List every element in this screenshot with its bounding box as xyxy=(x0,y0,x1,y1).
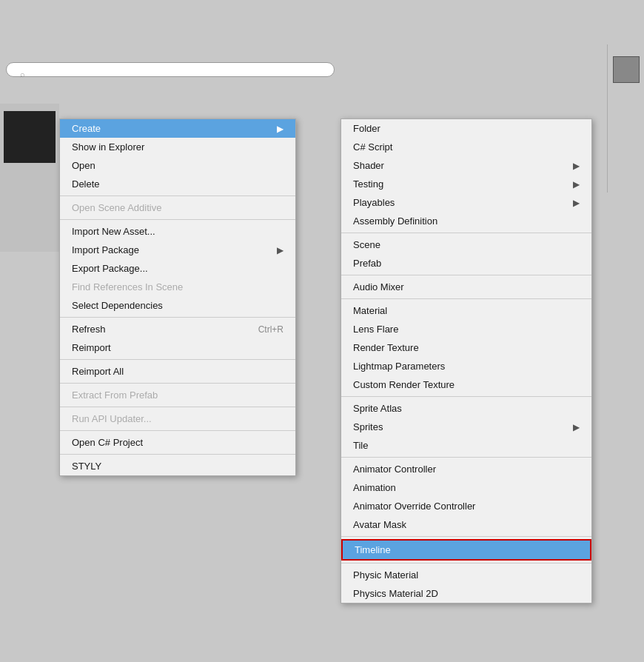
menu-item-custom-render-texture[interactable]: Custom Render Texture xyxy=(341,375,591,394)
search-bar-container: ⌕ xyxy=(0,59,341,80)
menu-item-run-api-updater: Run API Updater... xyxy=(60,409,295,428)
menu-item-import-new-asset[interactable]: Import New Asset... xyxy=(60,222,295,241)
menu-item-label-run-api-updater: Run API Updater... xyxy=(72,413,152,424)
menu-item-open-csharp[interactable]: Open C# Project xyxy=(60,433,295,452)
menu-item-physics-material-2d[interactable]: Physics Material 2D xyxy=(341,584,591,603)
menu-separator xyxy=(341,563,591,564)
menu-item-refresh[interactable]: RefreshCtrl+R xyxy=(60,320,295,338)
menu-separator xyxy=(60,383,295,384)
menu-item-label-lightmap-parameters: Lightmap Parameters xyxy=(353,361,445,372)
menu-item-prefab[interactable]: Prefab xyxy=(341,254,591,273)
inspector-icon xyxy=(613,56,640,83)
menu-item-scene[interactable]: Scene xyxy=(341,235,591,254)
menu-item-reimport[interactable]: Reimport xyxy=(60,338,295,357)
menu-item-sprite-atlas[interactable]: Sprite Atlas xyxy=(341,399,591,418)
thumbnail-label xyxy=(0,170,59,176)
menu-item-label-timeline: Timeline xyxy=(355,544,391,555)
menu-item-label-physic-material: Physic Material xyxy=(353,569,418,581)
menu-item-assembly-definition[interactable]: Assembly Definition xyxy=(341,212,591,230)
menu-item-reimport-all[interactable]: Reimport All xyxy=(60,362,295,381)
asset-thumbnail xyxy=(4,111,56,163)
menu-separator xyxy=(341,457,591,458)
menu-item-shortcut-refresh: Ctrl+R xyxy=(258,324,284,335)
thumbnail-area xyxy=(0,104,59,252)
menu-item-label-physics-material-2d: Physics Material 2D xyxy=(353,588,438,599)
submenu-arrow-create: ▶ xyxy=(277,124,284,134)
menu-item-label-scene: Scene xyxy=(353,239,380,250)
submenu-arrow-playables: ▶ xyxy=(573,198,580,208)
menu-item-open-scene-additive: Open Scene Additive xyxy=(60,198,295,217)
menu-item-label-sprites: Sprites xyxy=(353,421,383,432)
menu-item-folder[interactable]: Folder xyxy=(341,119,591,138)
menu-item-create[interactable]: Create▶ xyxy=(60,119,295,138)
menu-item-label-prefab: Prefab xyxy=(353,258,381,269)
submenu-arrow-testing: ▶ xyxy=(573,179,580,190)
menu-separator xyxy=(341,298,591,299)
menu-item-material[interactable]: Material xyxy=(341,301,591,320)
menu-item-delete[interactable]: Delete xyxy=(60,175,295,193)
menu-item-export-package[interactable]: Export Package... xyxy=(60,259,295,278)
menu-item-audio-mixer[interactable]: Audio Mixer xyxy=(341,278,591,296)
menu-item-label-import-new-asset: Import New Asset... xyxy=(72,226,155,237)
menu-item-label-sprite-atlas: Sprite Atlas xyxy=(353,403,402,414)
menu-item-label-shader: Shader xyxy=(353,160,384,171)
context-menu-left: Create▶Show in ExplorerOpenDeleteOpen Sc… xyxy=(59,118,296,476)
menu-item-label-select-dependencies: Select Dependencies xyxy=(72,300,163,311)
menu-separator xyxy=(60,430,295,431)
context-menu-right: FolderC# ScriptShader▶Testing▶Playables▶… xyxy=(341,118,592,604)
menu-item-label-tile: Tile xyxy=(353,440,368,451)
menu-item-lens-flare[interactable]: Lens Flare xyxy=(341,320,591,338)
menu-separator xyxy=(341,275,591,275)
menu-item-label-open-csharp: Open C# Project xyxy=(72,437,143,448)
menu-separator xyxy=(341,233,591,233)
menu-item-testing[interactable]: Testing▶ xyxy=(341,175,591,193)
menu-item-show-in-explorer[interactable]: Show in Explorer xyxy=(60,138,295,156)
menu-item-styly[interactable]: STYLY xyxy=(60,457,295,475)
menu-item-avatar-mask[interactable]: Avatar Mask xyxy=(341,515,591,534)
menu-item-find-references: Find References In Scene xyxy=(60,278,295,296)
menu-item-label-render-texture: Render Texture xyxy=(353,342,419,353)
search-field[interactable]: ⌕ xyxy=(6,62,335,77)
menu-item-playables[interactable]: Playables▶ xyxy=(341,193,591,212)
menu-item-animator-controller[interactable]: Animator Controller xyxy=(341,460,591,478)
menu-separator xyxy=(60,195,295,196)
menu-item-label-animator-controller: Animator Controller xyxy=(353,464,436,475)
menu-item-import-package[interactable]: Import Package▶ xyxy=(60,241,295,259)
menu-item-label-extract-from-prefab: Extract From Prefab xyxy=(72,389,158,401)
menu-item-csharp-script[interactable]: C# Script xyxy=(341,138,591,156)
menu-item-label-playables: Playables xyxy=(353,197,395,208)
submenu-arrow-sprites: ▶ xyxy=(573,422,580,432)
menu-item-label-animation: Animation xyxy=(353,482,396,493)
menu-item-label-material: Material xyxy=(353,305,387,316)
menu-item-animation[interactable]: Animation xyxy=(341,478,591,497)
menu-item-label-folder: Folder xyxy=(353,123,380,134)
top-bar xyxy=(0,0,644,44)
menu-item-label-export-package: Export Package... xyxy=(72,263,148,274)
menu-item-sprites[interactable]: Sprites▶ xyxy=(341,418,591,436)
search-icon: ⌕ xyxy=(20,70,25,78)
submenu-arrow-shader: ▶ xyxy=(573,161,580,171)
menu-item-label-testing: Testing xyxy=(353,178,383,190)
menu-item-label-lens-flare: Lens Flare xyxy=(353,324,398,335)
menu-item-shader[interactable]: Shader▶ xyxy=(341,156,591,175)
menu-item-timeline[interactable]: Timeline xyxy=(341,539,591,561)
menu-separator xyxy=(60,359,295,360)
menu-item-label-styly: STYLY xyxy=(72,461,101,472)
menu-item-label-open-scene-additive: Open Scene Additive xyxy=(72,202,161,213)
menu-item-lightmap-parameters[interactable]: Lightmap Parameters xyxy=(341,357,591,375)
menu-item-render-texture[interactable]: Render Texture xyxy=(341,338,591,357)
menu-item-animator-override-controller[interactable]: Animator Override Controller xyxy=(341,497,591,515)
menu-item-label-import-package: Import Package xyxy=(72,244,139,255)
menu-item-physic-material[interactable]: Physic Material xyxy=(341,566,591,584)
menu-item-label-open: Open xyxy=(72,160,95,171)
menu-item-label-show-in-explorer: Show in Explorer xyxy=(72,141,144,153)
menu-item-select-dependencies[interactable]: Select Dependencies xyxy=(60,296,295,315)
menu-item-extract-from-prefab: Extract From Prefab xyxy=(60,386,295,404)
menu-item-open[interactable]: Open xyxy=(60,156,295,175)
menu-item-label-csharp-script: C# Script xyxy=(353,141,392,153)
menu-item-label-create: Create xyxy=(72,123,101,134)
menu-item-label-animator-override-controller: Animator Override Controller xyxy=(353,501,475,512)
menu-item-label-delete: Delete xyxy=(72,178,100,190)
menu-item-tile[interactable]: Tile xyxy=(341,436,591,455)
menu-item-label-reimport-all: Reimport All xyxy=(72,366,124,377)
